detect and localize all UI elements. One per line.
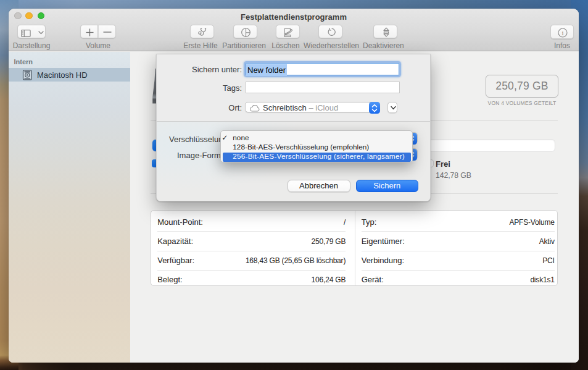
svg-text:i: i	[561, 29, 563, 36]
